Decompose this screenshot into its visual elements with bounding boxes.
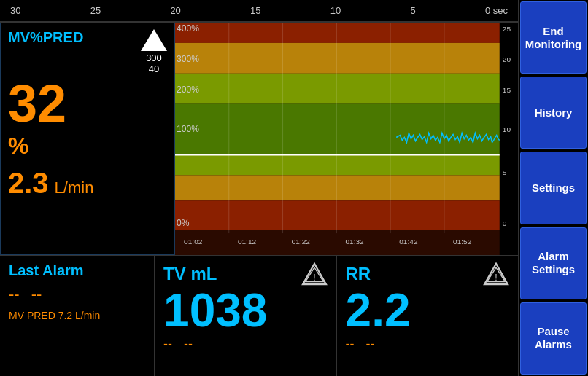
tv-big-value: 1038 [163,287,327,334]
svg-rect-0 [175,23,500,43]
svg-text:0%: 0% [177,218,190,228]
svg-text:200%: 200% [177,85,199,95]
rr-dash-row: -- -- [346,337,509,352]
tv-warning-triangle-icon: ! [301,262,328,286]
mv-top-row: MV%PRED 300 40 [8,29,167,74]
svg-text:01:12: 01:12 [238,238,257,246]
ruler-tick-10: 10 [330,5,341,16]
svg-text:10: 10 [503,125,511,133]
svg-text:01:42: 01:42 [399,238,418,246]
svg-rect-4 [175,154,500,175]
mv-threshold-values: 300 40 [146,52,162,74]
svg-text:!: ! [495,273,497,283]
rr-title-row: RR ! [346,262,509,286]
svg-text:25: 25 [503,25,511,33]
ruler-tick-20: 20 [170,5,180,16]
pause-alarms-button[interactable]: Pause Alarms [520,302,587,375]
alarm-dash1: -- [9,285,20,304]
svg-rect-2 [175,74,500,104]
alarm-settings-button[interactable]: Alarm Settings [520,227,587,299]
chart-svg: 400% 300% 200% 100% 0% 01:02 01:12 01:22… [175,23,518,255]
svg-rect-7 [175,230,500,255]
svg-text:01:02: 01:02 [184,238,203,246]
mv-panel: MV%PRED 300 40 32 % 2.3 L/min [0,23,175,255]
alarm-title: Last Alarm [9,262,145,279]
mv-flow-row: 2.3 L/min [8,167,167,200]
svg-text:!: ! [313,273,315,283]
tv-cell: TV mL ! 1038 -- -- [155,256,336,376]
rr-warning-triangle-icon: ! [483,262,509,286]
settings-button[interactable]: Settings [520,152,587,224]
ruler-tick-15: 15 [250,5,260,16]
svg-text:400%: 400% [177,23,199,34]
mv-unit-row: % [8,133,167,160]
mv-triangle-area: 300 40 [141,29,167,74]
svg-text:01:32: 01:32 [345,238,364,246]
rr-title: RR [346,264,371,284]
tv-dash1: -- [163,337,172,352]
rr-dash2: -- [366,337,375,352]
alarm-pred-text: MV PRED 7.2 L/min [9,310,145,321]
mv-triangle-icon [141,29,167,51]
left-panel: 30 25 20 15 10 5 0 sec MV%PRED 300 [0,0,518,376]
ruler-tick-5: 5 [410,5,415,16]
svg-rect-5 [175,175,500,200]
tv-dash-row: -- -- [163,337,327,352]
chart-area: 400% 300% 200% 100% 0% 01:02 01:12 01:22… [175,23,518,255]
svg-text:01:52: 01:52 [453,238,472,246]
mv-flow-unit: L/min [55,179,94,197]
alarm-dash2: -- [31,285,42,304]
svg-text:0: 0 [503,219,507,227]
mv-flow-value: 2.3 [8,167,49,200]
mv-label: MV%PRED [8,29,83,46]
ruler-tick-0: 0 sec [485,5,508,16]
svg-rect-6 [175,200,500,230]
ruler-tick-25: 25 [90,5,101,16]
mv-threshold-low: 40 [149,63,159,74]
svg-rect-3 [175,104,500,155]
mv-big-value: 32 [8,77,167,130]
time-ruler-labels: 30 25 20 15 10 5 0 sec [3,5,515,16]
time-ruler: 30 25 20 15 10 5 0 sec [0,0,518,22]
svg-rect-1 [175,43,500,74]
svg-text:20: 20 [503,55,511,63]
main-container: 30 25 20 15 10 5 0 sec MV%PRED 300 [0,0,588,376]
rr-cell: RR ! 2.2 -- -- [337,256,518,376]
svg-text:100%: 100% [177,124,199,134]
right-sidebar: End Monitoring History Settings Alarm Se… [518,0,588,376]
svg-text:01:22: 01:22 [292,238,311,246]
svg-text:300%: 300% [177,54,199,64]
history-button[interactable]: History [520,77,587,149]
svg-text:15: 15 [503,86,511,94]
bottom-panel: Last Alarm -- -- MV PRED 7.2 L/min TV mL [0,255,518,376]
alarm-values-row: -- -- [9,285,145,304]
rr-dash1: -- [346,337,355,352]
mv-threshold-high: 300 [146,52,162,63]
tv-dash2: -- [184,337,193,352]
rr-big-value: 2.2 [346,287,509,334]
mv-percent-symbol: % [8,133,28,160]
end-monitoring-button[interactable]: End Monitoring [520,1,587,74]
svg-text:5: 5 [503,168,507,176]
mid-section: MV%PRED 300 40 32 % 2.3 L/min [0,22,518,255]
alarm-cell: Last Alarm -- -- MV PRED 7.2 L/min [0,256,155,376]
tv-title: TV mL [163,264,217,284]
ruler-tick-30: 30 [10,5,20,16]
tv-title-row: TV mL ! [163,262,327,286]
